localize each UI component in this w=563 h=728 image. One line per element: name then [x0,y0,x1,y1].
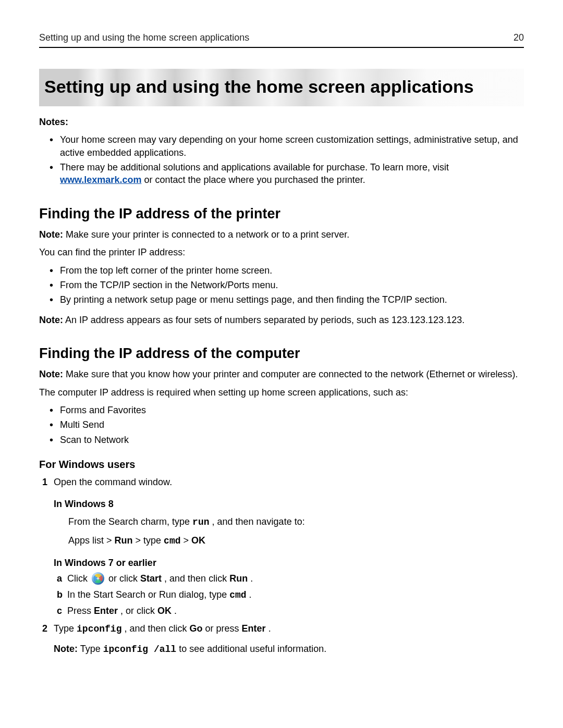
windows-steps: Open the command window. In Windows 8 Fr… [39,476,524,656]
note-paragraph: Note: Make sure your printer is connecte… [39,228,524,241]
body-text: . [174,606,177,616]
page-number: 20 [513,31,524,44]
body-text: Make sure that you know how your printer… [66,369,518,379]
note-paragraph: Note: Type ipconfig /all to see addition… [54,643,524,656]
body-text: or contact the place where you purchased… [144,175,365,185]
body-text: In the Start Search or Run dialog, type [67,589,229,600]
body-text: , and then click [124,623,189,634]
win7-substeps: Click or click Start , and then click Ru… [54,572,524,617]
external-link[interactable]: www.lexmark.com [60,175,141,185]
body-text: Your home screen may vary depending on y… [60,134,518,157]
note-item: Your home screen may vary depending on y… [60,133,524,159]
note-label: Note: [39,369,63,379]
body-text: , and then click [164,573,229,584]
body-text: Apps list > [68,535,115,546]
body-text: or press [205,623,242,634]
list-item: From the TCP/IP section in the Network/P… [60,279,524,291]
notes-list: Your home screen may vary depending on y… [39,133,524,186]
win8-path: Apps list > Run > type cmd > OK [68,534,524,547]
body-text: , or click [120,606,157,616]
body-text: Type [80,644,103,654]
list-item: Multi Send [60,418,524,431]
ui-label: Enter [94,606,118,616]
body-text: . [249,589,252,600]
ui-label: Enter [242,623,266,634]
substep-item: Press Enter , or click OK . [67,604,524,617]
windows-users-heading: For Windows users [39,458,524,472]
body-text: , and then navigate to: [212,516,305,527]
note-label: Note: [54,644,78,654]
body-text: to see additional useful information. [179,644,326,654]
note-paragraph: Note: An IP address appears as four sets… [39,314,524,326]
step-item: Open the command window. In Windows 8 Fr… [54,476,524,617]
body-text: An IP address appears as four sets of nu… [65,315,464,325]
running-title: Setting up and using the home screen app… [39,31,249,44]
printer-ip-places: From the top left corner of the printer … [39,264,524,306]
windows8-heading: In Windows 8 [54,498,524,510]
win8-line: From the Search charm, type run , and th… [68,515,524,528]
substep-item: Click or click Start , and then click Ru… [67,572,524,585]
body-text: . [268,623,271,634]
ui-label: Run [115,535,133,546]
ui-label: OK [157,606,172,616]
section-heading-computer-ip: Finding the IP address of the computer [39,344,524,363]
section-heading-printer-ip: Finding the IP address of the printer [39,204,524,223]
list-item: Scan to Network [60,434,524,446]
ui-label: OK [191,535,205,546]
document-page: Setting up and using the home screen app… [0,0,563,728]
windows-start-orb-icon [92,572,104,585]
list-item: From the top left corner of the printer … [60,264,524,277]
note-item: There may be additional solutions and ap… [60,161,524,187]
body-text: Click [67,573,90,584]
body-text: Make sure your printer is connected to a… [66,229,349,240]
keyboard-input: cmd [229,590,246,600]
notes-label: Notes: [39,116,524,128]
note-label: Note: [39,315,63,325]
body-text: From the Search charm, type [68,516,192,527]
header-rule [39,47,524,48]
body-text: or click [108,573,140,584]
ui-label: Go [190,623,203,634]
list-item: By printing a network setup page or menu… [60,293,524,306]
apps-list: Forms and Favorites Multi Send Scan to N… [39,404,524,446]
running-header: Setting up and using the home screen app… [39,31,524,44]
note-label: Note: [39,229,63,240]
body-text: Type [54,623,77,634]
intro-text: The computer IP address is required when… [39,386,524,399]
keyboard-input: cmd [164,536,180,546]
substep-item: In the Start Search or Run dialog, type … [67,588,524,601]
body-text: > [183,535,192,546]
body-text: . [250,573,253,584]
keyboard-input: ipconfig /all [103,644,176,655]
note-paragraph: Note: Make sure that you know how your p… [39,368,524,380]
ui-label: Run [229,573,248,584]
windows7-heading: In Windows 7 or earlier [54,557,524,569]
body-text: > type [136,535,164,546]
keyboard-input: run [192,517,209,527]
body-text: Press [67,606,94,616]
keyboard-input: ipconfig [77,624,121,634]
list-item: Forms and Favorites [60,404,524,416]
page-title: Setting up and using the home screen app… [39,69,524,106]
intro-text: You can find the printer IP address: [39,246,524,258]
step-text: Open the command window. [54,477,172,487]
body-text: There may be additional solutions and ap… [60,162,449,172]
ui-label: Start [140,573,162,584]
step-item: Type ipconfig , and then click Go or pre… [54,622,524,656]
